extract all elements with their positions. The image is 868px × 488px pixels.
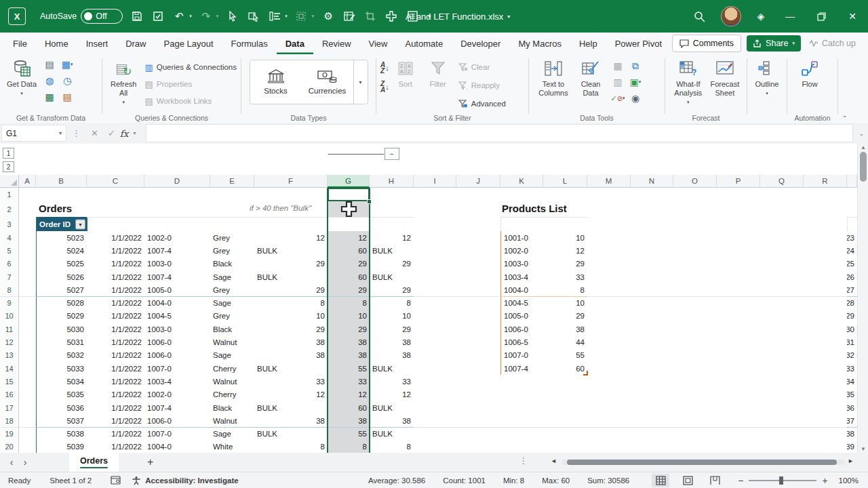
- consolidate-icon[interactable]: ⧉: [628, 59, 643, 73]
- cell-O19[interactable]: [673, 428, 717, 441]
- cell-B11[interactable]: 5030: [36, 323, 87, 336]
- cell-I8[interactable]: [414, 283, 457, 297]
- cell-F7[interactable]: BULK: [254, 270, 328, 284]
- cell-M7[interactable]: [587, 270, 631, 284]
- from-web-icon[interactable]: ◍: [42, 74, 57, 87]
- cell-B10[interactable]: 5029: [36, 310, 87, 323]
- cell-B17[interactable]: 5036: [36, 401, 87, 415]
- catch-up-button[interactable]: Catch up: [806, 39, 859, 48]
- row-header-10[interactable]: 10: [0, 310, 19, 323]
- cell-M19[interactable]: [587, 428, 631, 441]
- cell-K10[interactable]: 1005-0: [500, 310, 544, 323]
- undo-icon[interactable]: ↶: [172, 9, 186, 23]
- cell-X2[interactable]: [847, 201, 857, 218]
- cell-M16[interactable]: [587, 388, 631, 402]
- cell-E17[interactable]: Black: [210, 401, 255, 415]
- column-header-I[interactable]: I: [414, 175, 456, 188]
- row-header-19[interactable]: 19: [0, 428, 19, 441]
- cell-P16[interactable]: [717, 388, 761, 402]
- cell-I10[interactable]: [414, 310, 457, 323]
- cell-P2[interactable]: [717, 201, 761, 218]
- cell-G7[interactable]: 60: [328, 270, 370, 284]
- cell-L4[interactable]: 10: [543, 231, 588, 245]
- cell-I11[interactable]: [414, 323, 457, 336]
- cell-H16[interactable]: 12: [370, 388, 414, 402]
- sort-descending-button[interactable]: ZA↓: [380, 81, 389, 93]
- cell-F5[interactable]: BULK: [254, 244, 328, 258]
- table-resize-handle[interactable]: [583, 371, 588, 375]
- cell-K7[interactable]: 1003-4: [500, 270, 544, 284]
- formula-bar-splitter[interactable]: ⋮: [72, 128, 81, 138]
- cell-M20[interactable]: [587, 441, 631, 453]
- cell-O8[interactable]: [673, 283, 717, 297]
- tab-power-pivot[interactable]: Power Pivot: [606, 33, 671, 54]
- cell-C10[interactable]: 1/1/2022: [87, 310, 145, 323]
- cell-R8[interactable]: [804, 283, 848, 297]
- column-header-K[interactable]: K: [500, 175, 543, 188]
- cell-Q4[interactable]: [760, 231, 804, 245]
- cell-I13[interactable]: [414, 349, 457, 363]
- cell-B7[interactable]: 5026: [36, 270, 87, 284]
- scroll-down-arrow-icon[interactable]: ▼: [858, 446, 868, 452]
- data-model-icon[interactable]: ▣▾: [628, 75, 643, 89]
- excel-logo-icon[interactable]: X: [8, 7, 26, 25]
- queries-connections-button[interactable]: ▥ Queries & Connections: [144, 60, 237, 75]
- flow-button[interactable]: Flow: [791, 58, 828, 89]
- cell-R17[interactable]: [804, 401, 848, 415]
- cell-M18[interactable]: [587, 414, 631, 428]
- cell-J5[interactable]: [456, 244, 501, 258]
- cell-D1[interactable]: [144, 188, 211, 202]
- cell-R11[interactable]: [804, 323, 848, 336]
- cell-J14[interactable]: [456, 362, 501, 375]
- cell-R3[interactable]: [804, 217, 848, 232]
- cell-A15[interactable]: [19, 375, 37, 388]
- cell-I3[interactable]: [414, 217, 457, 232]
- cell-G17[interactable]: 60: [328, 401, 370, 415]
- undo-chevron-icon[interactable]: ▾: [189, 14, 192, 19]
- cell-M14[interactable]: [587, 362, 631, 375]
- cell-N18[interactable]: [631, 414, 674, 428]
- cell-D12[interactable]: 1006-0: [144, 336, 211, 349]
- cell-L13[interactable]: 55: [543, 349, 588, 363]
- cell-O3[interactable]: [673, 217, 717, 232]
- tab-data[interactable]: Data: [277, 33, 313, 54]
- cell-O20[interactable]: [673, 441, 717, 453]
- cell-H11[interactable]: 29: [370, 323, 414, 336]
- cell-C6[interactable]: 1/1/2022: [87, 258, 145, 271]
- comments-button[interactable]: Comments: [672, 35, 741, 52]
- cell-C17[interactable]: 1/1/2022: [87, 401, 145, 415]
- cell-N1[interactable]: [631, 188, 674, 202]
- cell-Q8[interactable]: [760, 283, 804, 297]
- zoom-in-button[interactable]: +: [822, 475, 827, 486]
- cell-A8[interactable]: [19, 283, 37, 297]
- cell-R13[interactable]: [804, 349, 848, 363]
- cell-B9[interactable]: 5028: [36, 297, 87, 310]
- cell-H18[interactable]: 38: [370, 414, 414, 428]
- cell-O15[interactable]: [673, 375, 717, 388]
- cell-L14[interactable]: 60: [543, 362, 588, 375]
- cell-K8[interactable]: 1004-0: [500, 283, 544, 297]
- cell-O17[interactable]: [673, 401, 717, 415]
- normal-view-icon[interactable]: [652, 474, 669, 487]
- cell-C18[interactable]: 1/1/2022: [87, 414, 145, 428]
- ribbon-collapse-chevron-icon[interactable]: ⌄: [842, 112, 848, 119]
- cell-H4[interactable]: 12: [370, 231, 414, 245]
- cell-I4[interactable]: [414, 231, 457, 245]
- select-all-corner[interactable]: [0, 175, 19, 188]
- tab-automate[interactable]: Automate: [396, 33, 452, 54]
- tab-review[interactable]: Review: [313, 33, 360, 54]
- cell-P3[interactable]: [717, 217, 761, 232]
- cell-R15[interactable]: [804, 375, 848, 388]
- cell-G8[interactable]: 29: [328, 283, 370, 297]
- cell-B18[interactable]: 5037: [36, 414, 87, 428]
- cell-P12[interactable]: [717, 336, 761, 349]
- cell-X18[interactable]: 5037: [847, 414, 857, 428]
- cell-K12[interactable]: 1006-5: [500, 336, 544, 349]
- cell-F4[interactable]: 12: [254, 231, 328, 245]
- cell-G12[interactable]: 38: [328, 336, 370, 349]
- cell-I17[interactable]: [414, 401, 457, 415]
- cell-R6[interactable]: [804, 258, 848, 271]
- cell-Q5[interactable]: [760, 244, 804, 258]
- row-header-11[interactable]: 11: [0, 323, 19, 336]
- cell-R10[interactable]: [804, 310, 848, 323]
